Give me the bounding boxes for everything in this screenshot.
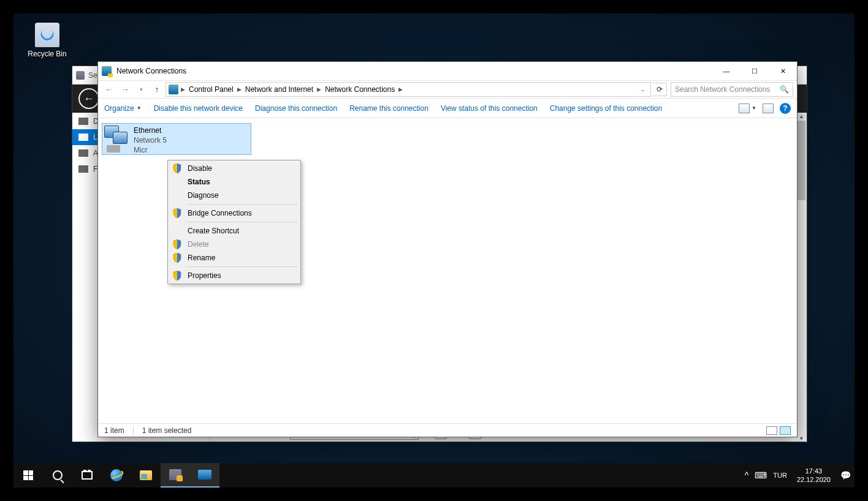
taskbar-server-manager[interactable]: [161, 463, 190, 488]
address-bar: ← → ▾ ↑ ▶ Control Panel ▶ Network and In…: [98, 80, 797, 99]
selected-count: 1 item selected: [142, 426, 192, 435]
ctx-properties[interactable]: Properties: [169, 269, 299, 282]
disable-device-button[interactable]: Disable this network device: [154, 104, 243, 113]
back-button[interactable]: ←: [78, 88, 99, 109]
shield-icon: [173, 253, 181, 263]
bg-scrollbar[interactable]: ▲ ▼: [796, 113, 807, 442]
tiles-view-button[interactable]: [780, 426, 791, 435]
connection-name: Ethernet: [134, 126, 167, 135]
separator: [186, 222, 298, 222]
titlebar[interactable]: Network Connections — ☐ ✕: [98, 62, 797, 80]
file-services-icon: [78, 165, 88, 173]
connection-network: Network 5: [134, 135, 167, 145]
minimize-button[interactable]: —: [712, 62, 740, 80]
dashboard-icon: [78, 118, 88, 125]
chevron-down-icon: ▼: [752, 105, 756, 111]
server-manager-icon: [76, 71, 85, 80]
shield-icon: [173, 208, 181, 218]
search-icon[interactable]: 🔍: [780, 85, 789, 94]
separator: [186, 266, 298, 267]
help-button[interactable]: ?: [780, 103, 791, 114]
recycle-bin[interactable]: Recycle Bin: [26, 23, 69, 58]
breadcrumb-dropdown[interactable]: ⌄: [638, 86, 648, 92]
breadcrumb[interactable]: ▶ Control Panel ▶ Network and Internet ▶…: [166, 82, 651, 97]
breadcrumb-item[interactable]: Control Panel: [186, 85, 236, 94]
window-title: Network Connections: [116, 67, 186, 75]
language-indicator[interactable]: TUR: [773, 472, 787, 479]
search-icon: [53, 470, 63, 480]
chevron-right-icon[interactable]: ▶: [398, 86, 403, 92]
chevron-right-icon[interactable]: ▶: [317, 86, 321, 92]
details-view-button[interactable]: [766, 426, 777, 435]
task-view-icon: [82, 471, 93, 480]
scroll-down-icon[interactable]: ▼: [796, 435, 807, 442]
location-icon: [169, 85, 178, 94]
time: 17:43: [797, 467, 831, 475]
command-bar: Organize▼ Disable this network device Di…: [98, 99, 797, 118]
ctx-disable[interactable]: Disable: [169, 162, 299, 175]
windows-logo-icon: [23, 470, 33, 480]
diagnose-button[interactable]: Diagnose this connection: [255, 104, 337, 113]
view-mode-button[interactable]: ▼: [739, 104, 756, 113]
recycle-bin-icon: [35, 23, 59, 47]
chevron-right-icon[interactable]: ▶: [237, 86, 242, 92]
nav-back-button[interactable]: ←: [102, 82, 116, 97]
context-menu: Disable Status Diagnose Bridge Connectio…: [167, 160, 301, 284]
network-connections-icon: [102, 66, 112, 76]
system-tray: ^ ⌨ TUR 17:43 22.12.2020 💬: [745, 463, 855, 488]
connection-item-ethernet[interactable]: Ethernet Network 5 Micr: [102, 123, 251, 155]
ctx-create-shortcut[interactable]: Create Shortcut: [169, 224, 299, 238]
ethernet-icon: [104, 126, 130, 153]
chevron-right-icon[interactable]: ▶: [181, 86, 185, 92]
ie-icon: [110, 469, 123, 481]
tray-overflow-button[interactable]: ^: [745, 470, 749, 480]
item-count: 1 item: [104, 426, 124, 435]
close-button[interactable]: ✕: [769, 62, 797, 80]
refresh-button[interactable]: ⟳: [652, 83, 667, 96]
chevron-down-icon: ▼: [137, 105, 142, 111]
clock[interactable]: 17:43 22.12.2020: [793, 467, 834, 484]
nav-up-button[interactable]: ↑: [150, 82, 164, 97]
ctx-status[interactable]: Status: [169, 175, 299, 189]
taskbar-ie[interactable]: [102, 463, 131, 488]
ctx-diagnose[interactable]: Diagnose: [169, 189, 299, 202]
ctx-delete: Delete: [169, 238, 299, 251]
all-servers-icon: [78, 149, 88, 157]
organize-button[interactable]: Organize▼: [104, 104, 142, 113]
task-view-button[interactable]: [72, 463, 102, 488]
nav-forward-button[interactable]: →: [118, 82, 132, 97]
taskbar: ^ ⌨ TUR 17:43 22.12.2020 💬: [13, 463, 855, 488]
change-settings-button[interactable]: Change settings of this connection: [550, 104, 662, 113]
breadcrumb-item[interactable]: Network and Internet: [243, 85, 316, 94]
desktop: Recycle Bin Ser ✕ ← D L A F Filter🔍 ☰ ▼ …: [13, 13, 855, 488]
scroll-up-icon[interactable]: ▲: [796, 113, 807, 119]
taskbar-control-panel[interactable]: [190, 463, 219, 488]
folder-icon: [140, 470, 152, 480]
action-center-button[interactable]: 💬: [840, 470, 851, 480]
search-input[interactable]: Search Network Connections 🔍: [671, 82, 793, 97]
shield-icon: [173, 239, 181, 249]
view-status-button[interactable]: View status of this connection: [441, 104, 538, 113]
recycle-bin-label: Recycle Bin: [26, 50, 69, 58]
search-placeholder: Search Network Connections: [675, 85, 770, 94]
taskbar-explorer[interactable]: [131, 463, 161, 488]
taskbar-search-button[interactable]: [43, 463, 72, 488]
nav-history-button[interactable]: ▾: [134, 82, 148, 97]
connection-adapter: Micr: [134, 145, 167, 155]
scroll-thumb[interactable]: [798, 121, 805, 200]
control-panel-icon: [198, 470, 211, 480]
ctx-rename[interactable]: Rename: [169, 251, 299, 265]
ctx-bridge[interactable]: Bridge Connections: [169, 206, 299, 220]
shield-icon: [173, 271, 181, 281]
shield-icon: [173, 164, 181, 173]
separator: [186, 204, 298, 205]
preview-pane-button[interactable]: [763, 104, 774, 113]
breadcrumb-item[interactable]: Network Connections: [322, 85, 397, 94]
view-icon: [739, 104, 750, 113]
maximize-button[interactable]: ☐: [740, 62, 769, 80]
rename-button[interactable]: Rename this connection: [349, 104, 428, 113]
input-indicator-icon[interactable]: ⌨: [755, 470, 767, 480]
status-bar: 1 item 1 item selected: [98, 423, 797, 437]
local-server-icon: [78, 134, 88, 141]
start-button[interactable]: [13, 463, 43, 488]
